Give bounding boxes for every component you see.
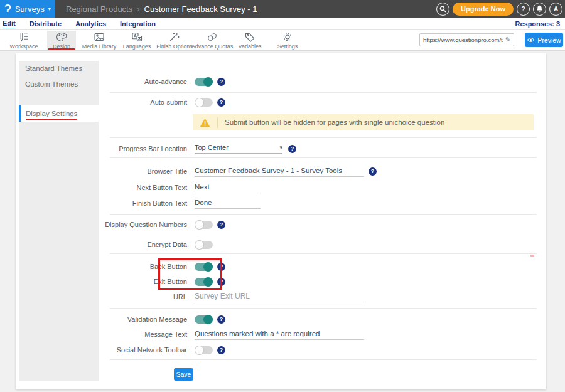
back-button-help-icon[interactable] — [217, 263, 225, 271]
toggle-knob — [203, 277, 213, 287]
finish-button-text-input[interactable] — [195, 198, 261, 209]
progress-bar-location-select[interactable]: Top Center ▾ — [195, 144, 282, 154]
languages-icon — [131, 32, 143, 42]
help-menu-button[interactable]: ? — [517, 3, 530, 16]
exit-url-row: URL — [35, 289, 364, 304]
validation-message-row: Validation Message — [35, 312, 225, 327]
next-button-text-input[interactable] — [195, 182, 261, 193]
toggle-knob — [195, 98, 204, 107]
breadcrumb-current: Customer Feedback Survey - 1 — [144, 4, 257, 14]
preview-button[interactable]: Preview — [525, 33, 563, 47]
chain-links-icon — [207, 32, 218, 42]
bell-icon — [536, 5, 543, 13]
search-button[interactable] — [436, 3, 449, 16]
tab-advance-quotas[interactable]: Advance Quotas — [193, 31, 231, 50]
encrypt-data-row: Encrypt Data — [35, 237, 213, 252]
divider — [110, 253, 537, 254]
auto-advance-label: Auto-advance — [35, 78, 195, 85]
top-bar: Ɂ Surveys ▾ Regional Products › Customer… — [0, 0, 565, 18]
nav-tab-integration[interactable]: Integration — [120, 19, 156, 28]
exit-button-toggle[interactable] — [195, 278, 213, 286]
warning-icon-cell — [193, 117, 218, 128]
exit-button-label: Exit Button — [35, 278, 195, 285]
responses-count[interactable]: Responses: 3 — [515, 20, 560, 28]
progress-bar-help-icon[interactable] — [288, 145, 296, 153]
save-button[interactable]: Save — [174, 368, 193, 381]
survey-exit-url-input[interactable] — [195, 291, 364, 302]
divider — [110, 92, 537, 93]
toggle-knob — [203, 77, 213, 87]
tab-design[interactable]: Design — [43, 31, 80, 50]
search-icon — [439, 6, 446, 13]
auto-submit-label: Auto-submit — [35, 98, 195, 106]
gear-icon — [282, 32, 293, 42]
upgrade-now-button[interactable]: Upgrade Now — [453, 3, 514, 16]
tag-icon — [244, 32, 256, 42]
tab-media-library[interactable]: Media Library — [80, 31, 118, 50]
encrypt-data-toggle[interactable] — [195, 241, 213, 249]
browser-title-label: Browser Title — [35, 167, 195, 175]
nav-tab-analytics[interactable]: Analytics — [75, 19, 106, 28]
social-network-toolbar-toggle[interactable] — [195, 346, 213, 354]
browser-title-input[interactable] — [195, 166, 364, 177]
browser-title-help-icon[interactable] — [369, 167, 377, 176]
topbar-actions: Upgrade Now ? A — [436, 0, 562, 18]
display-question-numbers-toggle[interactable] — [195, 221, 213, 229]
display-settings-panel: Standard Themes Custom Themes Display Se… — [16, 53, 546, 389]
breadcrumb: Regional Products › Customer Feedback Su… — [66, 4, 257, 14]
tab-settings[interactable]: Settings — [269, 31, 306, 50]
breadcrumb-separator-icon: › — [137, 4, 139, 14]
breadcrumb-parent[interactable]: Regional Products — [66, 4, 132, 14]
divider — [110, 308, 537, 309]
product-menu-label: Surveys — [15, 4, 45, 14]
tab-languages[interactable]: Languages — [118, 31, 156, 50]
exit-button-help-icon[interactable] — [217, 278, 225, 286]
toggle-knob — [195, 220, 204, 230]
auto-advance-row: Auto-advance — [35, 74, 225, 89]
divider — [110, 214, 537, 215]
auto-advance-help-icon[interactable] — [217, 78, 225, 86]
dropdown-arrow-icon: ▾ — [279, 144, 282, 151]
social-network-toolbar-help-icon[interactable] — [217, 346, 225, 354]
stray-mark — [530, 255, 534, 257]
display-question-numbers-help-icon[interactable] — [217, 221, 225, 229]
warning-text: Submit button will be hidden for pages w… — [218, 119, 444, 126]
tab-workspace[interactable]: Workspace — [5, 31, 43, 50]
workspace-icon — [18, 32, 30, 42]
eye-icon — [527, 37, 535, 43]
finish-button-text-row: Finish Button Text — [35, 196, 261, 211]
notifications-button[interactable] — [533, 3, 546, 16]
toggle-knob — [195, 240, 204, 250]
submit-hidden-warning: Submit button will be hidden for pages w… — [193, 114, 534, 130]
divider — [110, 359, 537, 360]
validation-message-label: Validation Message — [35, 315, 195, 323]
auto-submit-row: Auto-submit — [35, 95, 225, 110]
product-switcher[interactable]: Ɂ Surveys ▾ — [0, 0, 55, 18]
auto-submit-toggle[interactable] — [195, 98, 213, 107]
validation-message-toggle[interactable] — [195, 315, 213, 324]
social-network-toolbar-row: Social Network Toolbar — [35, 342, 225, 358]
toggle-knob — [203, 262, 213, 272]
active-tab-red-underline — [48, 48, 75, 50]
next-button-text-label: Next Button Text — [35, 184, 195, 191]
validation-message-help-icon[interactable] — [217, 315, 225, 324]
survey-url-input[interactable] — [420, 36, 505, 43]
toggle-knob — [195, 346, 204, 355]
edit-url-pencil-icon[interactable]: ✎ — [505, 36, 514, 44]
back-button-toggle[interactable] — [195, 263, 213, 271]
nav-tab-distribute[interactable]: Distribute — [30, 19, 62, 28]
tab-variables[interactable]: Variables — [231, 31, 269, 50]
social-network-toolbar-label: Social Network Toolbar — [35, 346, 195, 354]
message-text-label: Message Text — [35, 331, 195, 338]
message-text-input[interactable] — [195, 329, 364, 340]
display-question-numbers-row: Display Question Numbers — [35, 217, 225, 232]
exit-button-row: Exit Button — [35, 274, 225, 289]
browser-title-row: Browser Title — [35, 164, 377, 179]
auto-advance-toggle[interactable] — [195, 78, 213, 86]
account-avatar[interactable]: A — [549, 3, 562, 16]
tab-finish-options[interactable]: Finish Options — [156, 31, 193, 50]
nav-tab-edit[interactable]: Edit — [3, 19, 16, 28]
display-question-numbers-label: Display Question Numbers — [35, 221, 195, 228]
auto-submit-help-icon[interactable] — [217, 98, 225, 107]
magic-wand-icon — [169, 32, 180, 42]
